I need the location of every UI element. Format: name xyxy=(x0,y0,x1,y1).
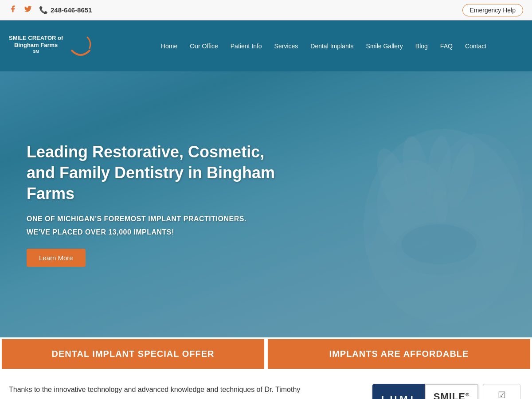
offer-banners: DENTAL IMPLANT SPECIAL OFFER IMPLANTS AR… xyxy=(0,337,532,371)
hero-content: Leading Restorative, Cosmetic, and Famil… xyxy=(0,142,310,266)
bottom-paragraph: Thanks to the innovative technology and … xyxy=(9,384,355,395)
top-bar-left: 📞 248-646-8651 xyxy=(9,5,92,15)
phone-group: 📞 248-646-8651 xyxy=(39,6,92,14)
nav-dental-implants[interactable]: Dental Implants xyxy=(304,39,360,53)
bottom-right: LUMI SMILE® ☑ reCAPTCHA Privacy - Terms xyxy=(372,384,523,399)
phone-number: 248-646-8651 xyxy=(51,6,92,14)
smile-logo-text: SMILE® xyxy=(434,391,469,399)
logo-smile-icon xyxy=(63,28,98,64)
lumi-logo: LUMI xyxy=(372,384,425,399)
recaptcha-box[interactable]: ☑ reCAPTCHA Privacy - Terms xyxy=(483,384,520,399)
hero-section: Leading Restorative, Cosmetic, and Famil… xyxy=(0,71,532,337)
hero-subtitle2: WE'VE PLACED OVER 13,000 IMPLANTS! xyxy=(27,228,284,236)
facebook-icon[interactable] xyxy=(9,5,17,15)
twitter-icon[interactable] xyxy=(24,5,32,15)
captcha-check-icon: ☑ xyxy=(498,390,506,399)
emergency-help-button[interactable]: Emergency Help xyxy=(462,4,524,16)
navbar: SMILE CREATOR of Bingham FarmsSM Home Ou… xyxy=(0,20,532,71)
dental-implant-offer-button[interactable]: DENTAL IMPLANT SPECIAL OFFER xyxy=(2,339,264,369)
nav-our-office[interactable]: Our Office xyxy=(184,39,224,53)
implants-affordable-button[interactable]: IMPLANTS ARE AFFORDABLE xyxy=(268,339,530,369)
hero-title: Leading Restorative, Cosmetic, and Famil… xyxy=(27,142,284,204)
logo-text: SMILE CREATOR of Bingham FarmsSM xyxy=(9,35,63,58)
nav-links: Home Our Office Patient Info Services De… xyxy=(124,39,523,53)
nav-blog[interactable]: Blog xyxy=(409,39,434,53)
bottom-section: Thanks to the innovative technology and … xyxy=(0,371,532,399)
nav-faq[interactable]: FAQ xyxy=(434,39,459,53)
nav-services[interactable]: Services xyxy=(268,39,305,53)
nav-smile-gallery[interactable]: Smile Gallery xyxy=(360,39,409,53)
bottom-text: Thanks to the innovative technology and … xyxy=(9,384,355,395)
phone-icon: 📞 xyxy=(39,6,48,14)
nav-contact[interactable]: Contact xyxy=(459,39,493,53)
logo-area: SMILE CREATOR of Bingham FarmsSM xyxy=(9,28,124,64)
hero-subtitle1: ONE OF MICHIGAN'S FOREMOST IMPLANT PRACT… xyxy=(27,215,284,223)
nav-patient-info[interactable]: Patient Info xyxy=(224,39,268,53)
top-bar: 📞 248-646-8651 Emergency Help xyxy=(0,0,532,20)
smile-logo: SMILE® xyxy=(425,384,478,399)
learn-more-button[interactable]: Learn More xyxy=(27,249,86,267)
nav-home[interactable]: Home xyxy=(155,39,184,53)
